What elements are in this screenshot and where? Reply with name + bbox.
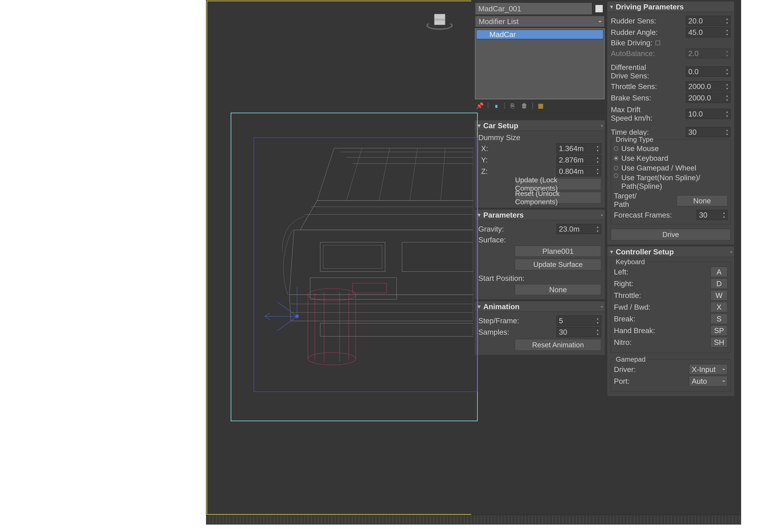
rollout-header[interactable]: ▾ Car Setup ▪▪ [475,121,604,131]
dummy-x-spinner[interactable]: 1.364m▴▾ [557,143,601,154]
toolbar-separator [488,102,488,109]
brake-sens-spinner[interactable]: 2000.0▴▾ [686,93,731,103]
show-end-result-icon[interactable]: ∎ [493,102,500,109]
radio-label: Use Target(Non Spline)/Path(Spline) [621,173,700,190]
rollout-grip-icon[interactable]: ▪▪ [601,123,602,129]
driver-select[interactable]: X-Input [689,364,728,375]
configure-modifier-sets-icon[interactable]: ▦ [537,102,545,109]
time-delay-spinner[interactable]: 30▴▾ [686,127,731,137]
key-fwd-button[interactable]: X [711,302,728,312]
max-drift-label: Max DriftSpeed km/h: [611,105,652,122]
keyboard-legend: Keyboard [614,258,647,266]
modify-panel-right: ▾ Driving Parameters Rudder Sens: 20.0▴▾… [607,2,734,515]
rollout-title: Car Setup [483,121,518,130]
gamepad-fieldset: Gamepad Driver: X-Input Port: Auto [611,359,731,392]
rudder-angle-spinner[interactable]: 45.0▴▾ [686,27,731,37]
modifier-list-dropdown[interactable]: Modifier List [475,16,605,27]
reset-animation-button[interactable]: Reset Animation [515,339,601,351]
modifier-stack-toolbar: 📌 ∎ ⎘ 🗑 ▦ [475,99,605,112]
dummy-size-label: Dummy Size [478,133,601,142]
radio-use-target[interactable] [614,173,618,178]
pin-stack-icon[interactable]: 📌 [476,102,484,109]
car-wireframe[interactable] [254,143,473,375]
throttle-sens-spinner[interactable]: 2000.0▴▾ [686,81,731,91]
rollout-title: Animation [483,302,520,311]
update-lock-button[interactable]: Update (Lock Components) [515,178,601,190]
bike-driving-checkbox[interactable] [655,41,660,45]
toolbar-separator [504,102,505,109]
key-left-button[interactable]: A [711,267,728,277]
modifier-stack[interactable]: MadCar [475,28,605,99]
caret-down-icon: ▾ [610,4,613,10]
rollout-header[interactable]: ▾ Parameters ▪▪ [475,210,604,220]
driving-type-legend: Driving Type [614,136,655,143]
key-nitro-button[interactable]: SH [711,337,728,347]
radio-use-keyboard[interactable] [614,156,618,160]
panel-divider [474,114,606,117]
svg-line-20 [265,316,270,320]
radio-label: Use Keyboard [621,154,668,162]
key-break-button[interactable]: S [711,314,728,324]
gamepad-legend: Gamepad [614,355,647,363]
radio-use-mouse[interactable] [614,146,618,151]
gravity-spinner[interactable]: 23.0m▴▾ [557,224,601,234]
key-fwd-label: Fwd / Bwd: [614,303,651,311]
max-drift-spinner[interactable]: 10.0▴▾ [686,109,731,119]
radio-label: Use Gamepad / Wheel [621,164,696,172]
object-name-input[interactable] [475,2,592,15]
rollout-animation: ▾ Animation ▪▪ Step/Frame: 5▴▾ Samples: … [475,301,605,355]
rollout-header[interactable]: ▾ Controller Setup ▪▪ [608,247,734,257]
modifier-stack-item[interactable]: MadCar [476,30,603,39]
start-pos-label: Start Position: [478,274,601,283]
step-frame-spinner[interactable]: 5▴▾ [557,316,601,326]
rollout-header[interactable]: ▾ Driving Parameters [608,2,734,12]
brake-sens-label: Brake Sens: [611,94,651,102]
rollout-grip-icon[interactable]: ▪▪ [730,249,731,255]
target-path-pick[interactable]: None [677,195,728,206]
svg-rect-0 [320,242,385,272]
command-panel: Modifier List MadCar 📌 ∎ ⎘ 🗑 ▦ [471,0,741,515]
viewcube-face-front[interactable]: FRONT [434,14,445,25]
key-right-button[interactable]: D [711,278,728,289]
caret-down-icon: ▾ [478,303,481,310]
make-unique-icon[interactable]: ⎘ [509,102,516,109]
rudder-sens-spinner[interactable]: 20.0▴▾ [686,16,731,26]
surface-pick-button[interactable]: Plane001 [515,246,601,257]
rollout-driving-parameters: ▾ Driving Parameters Rudder Sens: 20.0▴▾… [607,2,734,244]
wirecolor-swatch[interactable] [595,5,603,13]
reset-unlock-button[interactable]: Reset (Unlock Components) [515,192,601,204]
viewport[interactable]: FRONT [206,0,471,515]
time-delay-label: Time delay: [611,128,649,136]
port-select[interactable]: Auto [689,376,728,386]
rollout-title: Driving Parameters [616,3,684,11]
rollout-header[interactable]: ▾ Animation ▪▪ [475,302,604,312]
key-left-label: Left: [614,268,628,276]
svg-line-17 [277,302,297,316]
samples-spinner[interactable]: 30▴▾ [557,327,601,337]
dummy-y-spinner[interactable]: 2.876m▴▾ [557,155,601,165]
remove-modifier-icon[interactable]: 🗑 [521,102,528,109]
key-hand-break-button[interactable]: SP [711,325,728,336]
start-pos-pick-button[interactable]: None [515,284,601,295]
forecast-spinner[interactable]: 30▴▾ [697,210,728,220]
timeline-ruler[interactable] [206,515,741,525]
drive-button[interactable]: Drive [611,229,731,240]
viewcube[interactable]: FRONT [427,9,450,32]
differential-spinner[interactable]: 0.0▴▾ [686,67,731,77]
y-label: Y: [481,156,488,164]
rollout-grip-icon[interactable]: ▪▪ [601,212,602,218]
rollout-grip-icon[interactable]: ▪▪ [601,304,602,310]
rollout-car-setup: ▾ Car Setup ▪▪ Dummy Size X: 1.364m▴▾ Y:… [475,120,605,208]
gravity-label: Gravity: [478,225,504,233]
step-frame-label: Step/Frame: [478,316,519,325]
svg-point-7 [308,353,356,365]
dummy-z-spinner[interactable]: 0.804m▴▾ [557,166,601,176]
key-throttle-button[interactable]: W [711,290,728,301]
key-right-label: Right: [614,279,633,288]
rollout-controller-setup: ▾ Controller Setup ▪▪ Keyboard Left:A Ri… [607,247,734,396]
radio-use-gamepad[interactable] [614,166,618,170]
update-surface-button[interactable]: Update Surface [515,259,601,270]
caret-down-icon: ▾ [478,212,481,218]
samples-label: Samples: [478,328,509,336]
svg-rect-4 [352,283,387,293]
